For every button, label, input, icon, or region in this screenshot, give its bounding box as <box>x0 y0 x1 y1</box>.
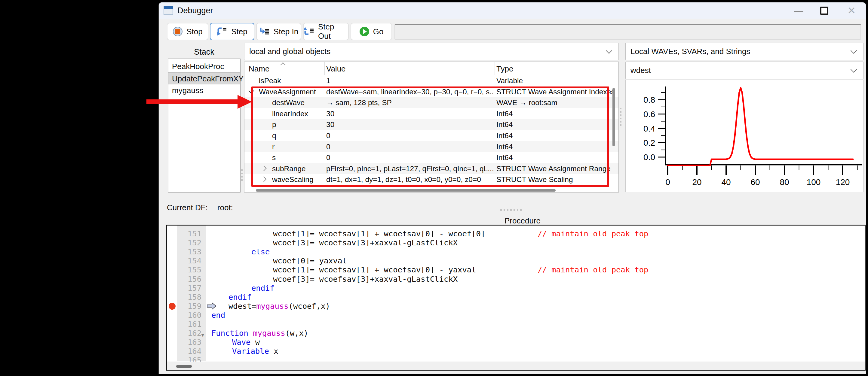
code-line-162[interactable]: 162▼Function mygauss(w,x) <box>167 329 865 338</box>
go-icon <box>359 27 370 37</box>
code-line-155[interactable]: 155wcoef[1]= wcoefsav[1] + wcoefsav[0] -… <box>167 265 865 274</box>
objects-table-header[interactable]: Name Value Type <box>244 62 618 75</box>
step-in-button[interactable]: Step In <box>256 23 301 40</box>
procedure-code-panel[interactable]: 151wcoef[1]= wcoefsav[1] + wcoefsav[0] -… <box>166 225 866 371</box>
code-line-164[interactable]: 164Variable x <box>167 347 865 355</box>
line-number: 153 <box>177 247 202 256</box>
code-comment: // maintain old peak top <box>537 229 648 238</box>
step-icon <box>217 27 227 37</box>
procedure-panel-title: Procedure <box>490 216 556 226</box>
code-line-157[interactable]: 157endif <box>167 283 865 293</box>
table-splitter-handle[interactable] <box>620 108 621 128</box>
step-out-button[interactable]: Step Out <box>303 23 349 40</box>
expand-icon[interactable] <box>261 166 267 171</box>
code-line-156[interactable]: 156wcoef[3]= wcoefsav[3]+xaxval-gLastCli… <box>167 274 865 283</box>
stop-label: Stop <box>186 27 203 36</box>
screenshot-root: { "window": { "title": "Debugger", "cont… <box>0 0 868 376</box>
code-text: endif <box>251 283 275 293</box>
close-button[interactable]: ✕ <box>847 4 856 17</box>
code-horizontal-scrollbar[interactable] <box>167 362 865 371</box>
cell-type: STRUCT Wave Assignment Range <box>496 163 617 174</box>
code-line-152[interactable]: 152wcoef[3]= wcoefsav[3]+xaxval-gLastCli… <box>167 238 865 247</box>
column-divider <box>495 62 495 75</box>
line-number: 151 <box>177 229 202 238</box>
cell-type: Int64 <box>496 119 617 130</box>
line-number: 155 <box>177 265 202 274</box>
column-header-type[interactable]: Type <box>496 62 513 76</box>
objects-table[interactable]: Name Value Type isPeak1VariableWaveAssig… <box>244 62 619 193</box>
step-out-label: Step Out <box>318 22 348 41</box>
line-number: 164 <box>177 347 202 355</box>
step-out-icon <box>304 27 314 37</box>
code-line-160[interactable]: 160end <box>167 311 865 319</box>
svg-text:0.6: 0.6 <box>643 110 655 119</box>
table-row-linearIndex[interactable]: linearIndex30Int64 <box>244 108 618 119</box>
code-line-163[interactable]: 163Wave w <box>167 338 865 347</box>
code-line-161[interactable]: 161 <box>167 319 865 329</box>
code-line-158[interactable]: 158endif <box>167 293 865 302</box>
code-text: wdest=mygauss(wcoef,x) <box>228 302 330 311</box>
stack-item-UpdatePeakFromXY[interactable]: UpdatePeakFromXY <box>168 72 240 84</box>
collapse-icon[interactable] <box>248 88 254 93</box>
wave-chart-svg: 0.00.20.40.60.8020406080100120 <box>626 80 863 192</box>
table-row-r[interactable]: r0Int64 <box>244 141 618 152</box>
cell-value: 0 <box>326 130 493 141</box>
cell-value: destWave=sam, linearIndex=30, p=30, q=0,… <box>326 86 493 97</box>
table-row-q[interactable]: q0Int64 <box>244 130 618 141</box>
stack-splitter-handle[interactable] <box>241 169 243 181</box>
code-line-153[interactable]: 153else <box>167 247 865 256</box>
svg-text:60: 60 <box>750 177 760 187</box>
table-row-s[interactable]: s0Int64 <box>244 152 618 163</box>
table-row-subRange[interactable]: subRangepFirst=0, pInc=1, pLast=127, qFi… <box>244 163 618 174</box>
stack-list[interactable]: PeakHookProcUpdatePeakFromXYmygauss <box>168 59 241 193</box>
table-row-p[interactable]: p30Int64 <box>244 119 618 130</box>
code-text: wcoef[3]= wcoefsav[3]+xaxval-gLastClickX <box>273 238 458 247</box>
cell-name: linearIndex <box>272 108 335 119</box>
current-df-label: Current DF: <box>167 203 208 212</box>
watch-wave-value: wdest <box>630 62 651 79</box>
code-line-151[interactable]: 151wcoef[1]= wcoefsav[1] + wcoefsav[0] -… <box>167 229 865 238</box>
svg-text:100: 100 <box>807 177 821 187</box>
table-row-WaveAssignment[interactable]: WaveAssignmentdestWave=sam, linearIndex=… <box>244 86 618 97</box>
stack-item-mygauss[interactable]: mygauss <box>168 84 240 96</box>
code-line-154[interactable]: 154wcoef[0]= yaxval <box>167 256 865 265</box>
watch-category-dropdown[interactable]: Local WAVEs, SVARs, and Strings <box>625 43 864 60</box>
code-hscroll-thumb[interactable] <box>176 365 192 368</box>
watch-wave-dropdown[interactable]: wdest <box>625 62 864 79</box>
stop-button[interactable]: Stop <box>167 23 208 40</box>
breakpoint-icon[interactable] <box>169 303 176 310</box>
code-text: wcoef[1]= wcoefsav[1] + wcoefsav[0] - wc… <box>273 229 485 238</box>
code-text: Function mygauss(w,x) <box>211 329 308 338</box>
column-header-name[interactable]: Name <box>249 62 269 76</box>
table-row-waveScaling[interactable]: waveScalingdt=1, dx=1, dy=1, dz=1, t0=0,… <box>244 174 618 185</box>
svg-text:0.8: 0.8 <box>643 95 655 104</box>
minimize-button[interactable] <box>794 11 803 12</box>
line-number: 162 <box>177 329 202 338</box>
step-button[interactable]: Step <box>210 23 254 40</box>
go-button[interactable]: Go <box>350 23 392 40</box>
svg-text:120: 120 <box>836 177 850 187</box>
objects-scope-dropdown[interactable]: local and global objects <box>244 43 619 60</box>
maximize-button[interactable] <box>820 7 828 15</box>
expand-icon[interactable] <box>261 177 267 182</box>
line-number: 160 <box>177 311 202 319</box>
cell-type: STRUCT Wave Scaling <box>496 174 617 185</box>
line-number: 158 <box>177 293 202 302</box>
title-bar[interactable]: Debugger ✕ <box>159 2 866 19</box>
execution-pointer-icon <box>207 302 217 310</box>
stack-item-PeakHookProc[interactable]: PeakHookProc <box>168 60 240 72</box>
table-horizontal-scrollbar[interactable] <box>256 189 556 192</box>
cell-name: WaveAssignment <box>259 86 322 97</box>
table-row-isPeak[interactable]: isPeak1Variable <box>244 75 618 86</box>
cell-type: WAVE → root:sam <box>496 97 617 108</box>
code-line-159[interactable]: 159wdest=mygauss(wcoef,x) <box>167 302 865 311</box>
window-app-icon <box>163 6 173 15</box>
table-vertical-scrollbar[interactable] <box>613 88 615 146</box>
cell-value: dt=1, dx=1, dy=1, dz=1, t0=0, x0=0, y0=0… <box>326 174 493 185</box>
line-number: 156 <box>177 274 202 283</box>
cell-value: 1 <box>326 75 493 86</box>
table-row-destWave[interactable]: destWave→ sam, 128 pts, SPWAVE → root:sa… <box>244 97 618 108</box>
procedure-splitter-handle[interactable] <box>500 209 523 211</box>
cell-value: pFirst=0, pInc=1, pLast=127, qFirst=0, q… <box>326 163 493 174</box>
column-header-value[interactable]: Value <box>326 62 346 76</box>
